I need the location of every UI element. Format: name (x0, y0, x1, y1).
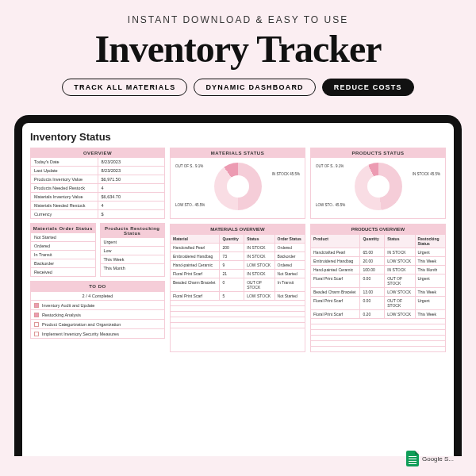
mat-order-rows: Not StartedOrderedIn TransitBackorderRec… (31, 233, 95, 276)
pill-costs: REDUCE COSTS (322, 79, 414, 96)
materials-status-chart: MATERIALS STATUS IN STOCK 45.5% LOW STO.… (170, 148, 305, 219)
checkbox-icon[interactable] (34, 313, 39, 317)
table-row: Embroidered Handbag73IN STOCKBackorder (171, 251, 305, 260)
table-row: Hand-painted Ceramic100.00IN STOCKThis M… (311, 265, 445, 274)
todo-item[interactable]: Implement Inventory Security Measures (31, 328, 164, 338)
laptop-frame: Inventory Status OVERVIEW Today's Date8/… (14, 115, 462, 456)
overview-head: OVERVIEW (31, 148, 164, 158)
hero: INSTANT DOWNLOAD & EASY TO USE Inventory… (0, 0, 476, 115)
checkbox-icon[interactable] (34, 332, 39, 336)
products-restock-panel: Products Restocking Status UrgentLowThis… (100, 223, 166, 277)
overview-rows: Today's Date8/23/2023Last Update8/23/202… (31, 158, 164, 218)
table-row: Handcrafted Pearl65.00IN STOCKUrgent (311, 248, 445, 256)
donut-icon (214, 163, 262, 210)
prod-restock-rows: UrgentLowThis WeekThis Month (101, 238, 165, 272)
table-row: Floral Print Scarf0.20LOW STOCKThis Week (311, 309, 445, 318)
materials-overview-table: MATERIALS OVERVIEW MaterialQuantityStatu… (170, 224, 305, 352)
page-title: Inventory Status (30, 131, 446, 143)
products-overview-table: PRODUCTS OVERVIEW ProductQuantityStatusR… (310, 224, 446, 352)
overview-panel: OVERVIEW Today's Date8/23/2023Last Updat… (30, 148, 165, 219)
table-row: Floral Print Scarf0.00OUT OF STOCKUrgent (311, 296, 445, 309)
google-sheets-badge: Google S... (406, 451, 454, 466)
hero-tagline: INSTANT DOWNLOAD & EASY TO USE (22, 14, 454, 25)
todo-item[interactable]: Product Categorization and Organization (31, 319, 164, 328)
table-row: Embroidered Handbag20.00LOW STOCKThis We… (311, 256, 445, 265)
table-row: Beaded Charm Bracelet13.00LOW STOCKThis … (311, 287, 445, 296)
materials-order-panel: Materials Order Status Not StartedOrdere… (30, 223, 96, 277)
pill-row: TRACK ALL MATERIALS DYNAMIC DASHBOARD RE… (22, 79, 454, 96)
todo-item[interactable]: Restocking Analysis (31, 309, 164, 319)
table-row: Floral Print Scarf5LOW STOCKNot Started (171, 291, 305, 300)
hero-title: Inventory Tracker (22, 27, 454, 71)
todo-panel: TO DO 2 / 4 Completed Inventory Audit an… (30, 281, 165, 339)
right-column: MATERIALS STATUS IN STOCK 45.5% LOW STO.… (170, 148, 446, 352)
products-status-chart: PRODUCTS STATUS IN STOCK 45.5% LOW STO..… (310, 148, 446, 219)
table-row: Hand-painted Ceramic9LOW STOCKOrdered (171, 260, 305, 269)
pill-track: TRACK ALL MATERIALS (62, 79, 187, 96)
pill-dashboard: DYNAMIC DASHBOARD (194, 79, 315, 96)
checkbox-icon[interactable] (34, 303, 39, 308)
table-row: Floral Print Scarf0.00OUT OF STOCKUrgent (311, 274, 445, 287)
todo-rows: Inventory Audit and UpdateRestocking Ana… (31, 300, 164, 338)
dashboard: OVERVIEW Today's Date8/23/2023Last Updat… (30, 148, 446, 352)
checkbox-icon[interactable] (34, 322, 39, 327)
left-column: OVERVIEW Today's Date8/23/2023Last Updat… (30, 148, 165, 352)
donut-icon (355, 163, 402, 210)
table-row: Floral Print Scarf21IN STOCKNot Started (171, 269, 305, 278)
sheets-icon (406, 451, 419, 466)
laptop-screen: Inventory Status OVERVIEW Today's Date8/… (22, 123, 454, 456)
table-row: Handcrafted Pearl200IN STOCKOrdered (171, 243, 305, 251)
todo-item[interactable]: Inventory Audit and Update (31, 300, 164, 309)
table-row: Beaded Charm Bracelet0OUT OF STOCKIn Tra… (171, 278, 305, 291)
